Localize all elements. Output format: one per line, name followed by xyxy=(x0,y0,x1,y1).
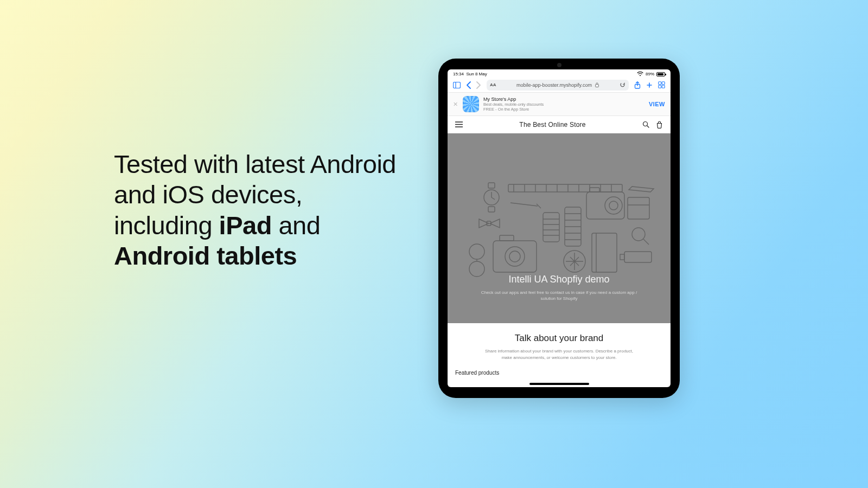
svg-rect-19 xyxy=(543,213,559,242)
ipad-screen: 15:34 Sun 8 May 89% xyxy=(448,69,671,387)
svg-rect-26 xyxy=(592,233,617,272)
battery-percent: 89% xyxy=(646,72,654,76)
svg-point-23 xyxy=(609,201,618,210)
text-size-icon[interactable]: AA xyxy=(490,82,496,87)
hero-section: Intelli UA Shopfiy demo Check out our ap… xyxy=(448,133,671,323)
svg-rect-6 xyxy=(659,85,661,88)
url-text: mobile-app-booster.myshopify.com xyxy=(516,82,592,88)
featured-heading: Featured products xyxy=(448,365,671,376)
lock-icon xyxy=(595,82,599,87)
svg-rect-11 xyxy=(488,207,495,212)
svg-rect-18 xyxy=(500,235,514,241)
home-indicator[interactable] xyxy=(529,383,589,385)
hero-subtitle: Check out our apps and feel free to cont… xyxy=(478,290,641,301)
status-date: Sun 8 May xyxy=(466,72,487,76)
svg-rect-5 xyxy=(662,82,665,85)
forward-icon xyxy=(476,81,481,89)
back-icon[interactable] xyxy=(466,81,471,89)
marketing-headline: Tested with latest Android and iOS devic… xyxy=(114,149,407,272)
headline-text-2: and xyxy=(272,211,320,240)
banner-meta: My Store's App Best deals, mobile-only d… xyxy=(483,97,644,112)
banner-title: My Store's App xyxy=(483,97,644,102)
banner-line2: FREE - On the App Store xyxy=(483,107,644,112)
headline-bold-android: Android tablets xyxy=(114,241,297,270)
svg-rect-2 xyxy=(595,85,598,87)
share-icon[interactable] xyxy=(634,81,641,89)
sidebar-icon[interactable] xyxy=(453,82,461,88)
front-camera xyxy=(557,63,561,67)
hero-title: Intelli UA Shopfiy demo xyxy=(508,274,609,285)
svg-point-8 xyxy=(643,121,647,126)
battery-icon xyxy=(656,72,665,76)
svg-rect-29 xyxy=(624,252,652,262)
svg-point-22 xyxy=(605,197,622,214)
svg-point-14 xyxy=(469,261,484,277)
status-left: 15:34 Sun 8 May xyxy=(453,72,487,76)
address-bar[interactable]: AA mobile-app-booster.myshopify.com xyxy=(487,80,629,91)
status-right: 89% xyxy=(637,72,665,76)
reload-icon[interactable] xyxy=(620,82,626,88)
brand-title: Talk about your brand xyxy=(458,333,660,344)
hero-illustration xyxy=(462,181,657,279)
cart-icon[interactable] xyxy=(656,121,663,129)
banner-view-button[interactable]: VIEW xyxy=(649,101,665,107)
svg-point-16 xyxy=(505,247,525,266)
ipad-device-frame: 15:34 Sun 8 May 89% xyxy=(438,59,680,398)
brand-body: Share information about your brand with … xyxy=(483,348,635,361)
banner-line1: Best deals, mobile-only discounts xyxy=(483,102,644,107)
headline-bold-ipad: iPad xyxy=(219,211,272,240)
svg-rect-30 xyxy=(620,254,624,260)
wifi-icon xyxy=(637,72,643,76)
svg-rect-0 xyxy=(454,82,461,88)
smart-app-banner: ✕ My Store's App Best deals, mobile-only… xyxy=(448,93,671,116)
app-icon xyxy=(463,96,479,112)
close-icon[interactable]: ✕ xyxy=(453,101,458,108)
svg-rect-31 xyxy=(508,184,622,192)
svg-rect-15 xyxy=(493,241,537,272)
svg-rect-24 xyxy=(590,188,599,192)
menu-icon[interactable] xyxy=(455,121,463,127)
safari-toolbar: AA mobile-app-booster.myshopify.com xyxy=(448,78,671,93)
tabs-icon[interactable] xyxy=(658,81,665,88)
ios-status-bar: 15:34 Sun 8 May 89% xyxy=(448,69,671,78)
promo-canvas: Tested with latest Android and iOS devic… xyxy=(0,0,868,488)
new-tab-icon[interactable] xyxy=(646,82,653,88)
svg-rect-27 xyxy=(628,197,649,219)
svg-rect-10 xyxy=(488,183,495,188)
svg-rect-4 xyxy=(659,82,661,85)
store-title: The Best Online Store xyxy=(519,121,585,129)
status-time: 15:34 xyxy=(453,72,464,76)
svg-point-28 xyxy=(632,228,645,241)
svg-point-17 xyxy=(509,251,520,262)
svg-point-13 xyxy=(469,244,484,259)
store-header: The Best Online Store xyxy=(448,116,671,133)
search-icon[interactable] xyxy=(642,121,649,129)
brand-section: Talk about your brand Share information … xyxy=(448,323,671,365)
svg-rect-21 xyxy=(586,192,624,219)
svg-rect-7 xyxy=(662,85,665,88)
